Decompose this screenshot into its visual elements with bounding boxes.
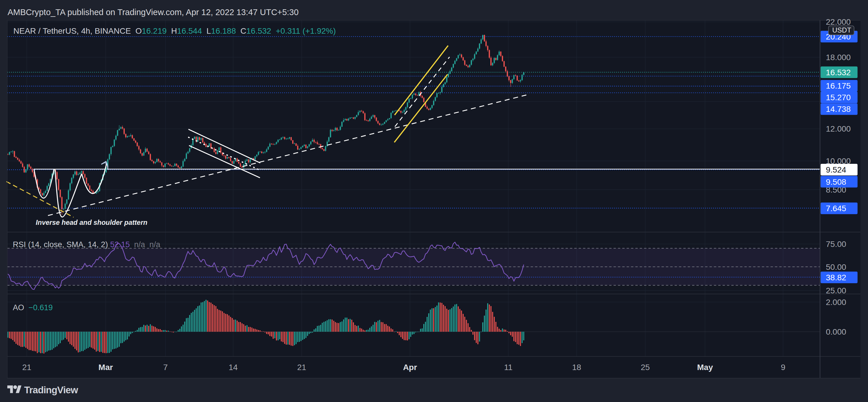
svg-text:NEAR / TetherUS, 4h, BINANCE: NEAR / TetherUS, 4h, BINANCE O16.219 H16… <box>13 27 336 35</box>
svg-text:AMBCrypto_TA published on Trad: AMBCrypto_TA published on TradingView.co… <box>7 7 299 17</box>
svg-text:Inverse head and shoulder patt: Inverse head and shoulder pattern <box>36 219 148 226</box>
svg-text:50.00: 50.00 <box>826 263 846 272</box>
svg-text:AO −0.619: AO −0.619 <box>13 303 53 312</box>
svg-text:7.645: 7.645 <box>826 204 846 213</box>
svg-text:21: 21 <box>22 363 31 372</box>
svg-text:USDT: USDT <box>832 26 851 34</box>
svg-text:25.00: 25.00 <box>826 286 846 295</box>
svg-text:18.000: 18.000 <box>826 53 851 62</box>
svg-text:Mar: Mar <box>99 363 113 372</box>
svg-text:21: 21 <box>297 363 306 372</box>
svg-text:18: 18 <box>572 363 581 372</box>
svg-text:9.508: 9.508 <box>826 177 846 187</box>
svg-text:0.000: 0.000 <box>826 327 846 336</box>
svg-text:22.000: 22.000 <box>826 18 851 27</box>
svg-text:12.000: 12.000 <box>826 124 851 133</box>
svg-text:38.82: 38.82 <box>826 273 846 282</box>
svg-text:May: May <box>697 363 713 372</box>
svg-text:2.000: 2.000 <box>826 298 846 307</box>
svg-text:15.270: 15.270 <box>826 93 851 102</box>
svg-text:TradingView: TradingView <box>24 384 78 395</box>
svg-text:RSI (14, close, SMA, 14, 2) 52: RSI (14, close, SMA, 14, 2) 52.15 n/a n/… <box>13 240 160 249</box>
svg-text:9.524: 9.524 <box>826 165 846 174</box>
svg-text:75.00: 75.00 <box>826 240 846 248</box>
svg-text:9: 9 <box>781 363 785 372</box>
svg-text:11: 11 <box>504 363 513 372</box>
svg-text:25: 25 <box>641 363 650 372</box>
svg-text:7: 7 <box>163 363 168 372</box>
svg-text:Apr: Apr <box>403 363 417 372</box>
svg-text:16.532: 16.532 <box>826 68 851 77</box>
svg-text:14: 14 <box>228 363 238 372</box>
svg-text:14.738: 14.738 <box>826 105 851 113</box>
svg-text:16.175: 16.175 <box>826 81 851 90</box>
